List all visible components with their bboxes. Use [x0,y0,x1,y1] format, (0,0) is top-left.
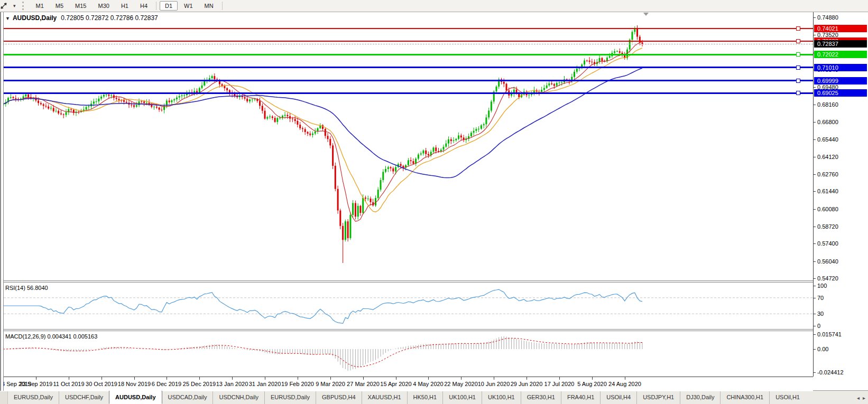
toolbar-separator [156,2,156,10]
chart-shift-marker-icon[interactable] [643,13,649,16]
price-level-label: 0.69999 [814,77,867,84]
date-axis-tick-mark [592,377,593,380]
timeframe-button-m5[interactable]: M5 [50,1,69,11]
current-price-line [0,44,813,44]
date-axis-label: 27 Mar 2020 [347,381,380,387]
tab-bar-grip [0,391,8,404]
timeframe-button-h4[interactable]: H4 [135,1,153,11]
date-axis-label: 4 May 2020 [413,381,443,387]
chart-tab-uk100-h1[interactable]: UK100,H1 [442,391,482,404]
price-level-handle[interactable] [796,52,800,57]
date-axis-label: 5 Aug 2020 [577,381,607,387]
chart-cursor-icon[interactable] [2,1,12,11]
price-axis-tick: 0.64120 [817,153,838,161]
collapse-arrow-icon[interactable]: ▼ [5,16,10,21]
date-axis-tick-mark [69,377,69,380]
chart-ohlc-values: 0.72805 0.72872 0.72786 0.72837 [61,14,158,22]
price-level-line[interactable] [0,67,813,68]
date-axis-label: 23 Sep 2019 [20,381,52,387]
price-level-label: 0.74021 [814,25,867,32]
price-level-handle[interactable] [796,79,800,83]
timeframe-button-m15[interactable]: M15 [70,1,91,11]
chart-tab-uk100-h1[interactable]: UK100,H1 [482,391,521,404]
tabs-scroll-left-icon[interactable]: ◂ [857,395,860,401]
timeframe-button-h1[interactable]: H1 [116,1,134,11]
date-axis-tick-mark [199,377,200,380]
price-level-label: 0.72022 [814,51,867,58]
timeframe-button-d1[interactable]: D1 [160,1,178,11]
timeframe-group: M1M5M15M30H1H4D1W1MN [30,0,225,12]
date-axis-label: 18 Nov 2019 [118,381,151,387]
chart-tab-eurusd-daily[interactable]: EURUSD,Daily [264,391,316,404]
chart-tab-ger30-h1[interactable]: GER30,H1 [521,391,561,404]
chart-tab-fra40-h1[interactable]: FRA40,H1 [561,391,600,404]
chart-tab-usoil-h1[interactable]: USOil,H1 [769,391,806,404]
date-axis-label: 11 Oct 2019 [53,381,84,387]
tab-bar: EURUSD,DailyUSDCHF,DailyAUDUSD,DailyUSDC… [0,390,868,404]
date-axis-label: 13 Jan 2020 [216,381,248,387]
chart-tab-gbpusd-h4[interactable]: GBPUSD,H4 [316,391,362,404]
tab-list: EURUSD,DailyUSDCHF,DailyAUDUSD,DailyUSDC… [8,391,854,404]
date-axis[interactable]: 4 Sep 201923 Sep 201911 Oct 201930 Oct 2… [0,377,813,391]
chart-tab-dj30-daily[interactable]: DJ30,Daily [680,391,720,404]
price-level-line[interactable] [0,54,813,55]
date-axis-label: 24 Aug 2020 [608,381,641,387]
price-level-label: 0.71010 [814,64,867,71]
rsi-axis-tick: 30 [817,310,824,317]
chart-tab-audusd-daily[interactable]: AUDUSD,Daily [109,391,162,404]
tabs-scroll-right-icon[interactable]: ▸ [863,395,865,401]
chart-tab-usdcad-daily[interactable]: USDCAD,Daily [162,391,213,404]
price-level-line[interactable] [0,80,813,81]
price-axis-tick: 0.66800 [817,118,838,126]
date-axis-label: 17 Jul 2020 [544,381,575,387]
chart-tab-eurusd-daily[interactable]: EURUSD,Daily [8,391,59,404]
date-axis-tick-mark [396,377,396,380]
macd-axis-tick: 0.00 [817,345,828,353]
toolbar-left-group: ▾ [0,1,20,11]
chart-tab-usoil-h4[interactable]: USOil,H4 [600,391,636,404]
rsi-chart-canvas[interactable] [0,283,813,329]
dropdown-caret-icon[interactable]: ▾ [12,3,17,8]
timeframe-button-w1[interactable]: W1 [179,1,198,11]
macd-axis-tick: 0.015741 [817,331,842,338]
macd-chart-canvas[interactable] [0,331,813,377]
pane-separator[interactable] [0,280,813,283]
price-level-line[interactable] [0,41,813,42]
chart-tab-usdcnh-daily[interactable]: USDCNH,Daily [213,391,264,404]
chart-tab-usdchf-daily[interactable]: USDCHF,Daily [59,391,109,404]
window-left-edge [0,12,4,391]
horizontal-lines-layer [0,12,813,280]
date-axis-label: 9 Mar 2020 [316,381,345,387]
price-axis[interactable]: 0.740210.730330.720220.710100.699990.690… [813,12,868,377]
timeframe-button-m30[interactable]: M30 [93,1,115,11]
rsi-axis-tick: 0 [817,322,820,330]
timeframe-button-mn[interactable]: MN [199,1,219,11]
timeframe-button-m1[interactable]: M1 [31,1,49,11]
date-axis-tick-mark [494,377,494,380]
chart-window[interactable]: ▼AUDUSD,Daily0.72805 0.72872 0.72786 0.7… [0,12,868,391]
price-level-line[interactable] [0,92,813,94]
price-level-label: 0.69025 [814,89,867,97]
date-axis-tick-mark [101,377,102,380]
toolbar: ▾ M1M5M15M30H1H4D1W1MN [0,0,868,12]
price-axis-tick: 0.68160 [817,101,838,108]
price-level-handle[interactable] [796,39,800,43]
price-level-handle[interactable] [796,26,800,31]
chart-tab-xauusd-h1[interactable]: XAUUSD,H1 [362,391,407,404]
price-axis-tick: 0.56040 [817,258,838,265]
tab-scroll-controls: ◂ ▸ [854,391,868,404]
rsi-indicator-label: RSI(14) 56.8040 [5,285,48,291]
price-level-line[interactable] [0,28,813,29]
price-axis-tick: 0.65440 [817,136,838,143]
chart-tab-usdjpy-h1[interactable]: USDJPY,H1 [636,391,680,404]
price-level-handle[interactable] [796,65,800,70]
chart-tab-hk50-h1[interactable]: HK50,H1 [407,391,443,404]
rsi-axis-tick: 100 [817,282,827,289]
macd-indicator-label: MACD(12,26,9) 0.004341 0.005163 [5,333,97,340]
date-axis-label: 30 Oct 2019 [86,381,117,387]
price-axis-tick: 0.61440 [817,187,838,195]
pane-separator[interactable] [0,329,813,331]
price-axis-tick: 0.57400 [817,240,838,247]
chart-tab-china300-h1[interactable]: CHINA300,H1 [720,391,769,404]
price-level-handle[interactable] [796,91,800,95]
